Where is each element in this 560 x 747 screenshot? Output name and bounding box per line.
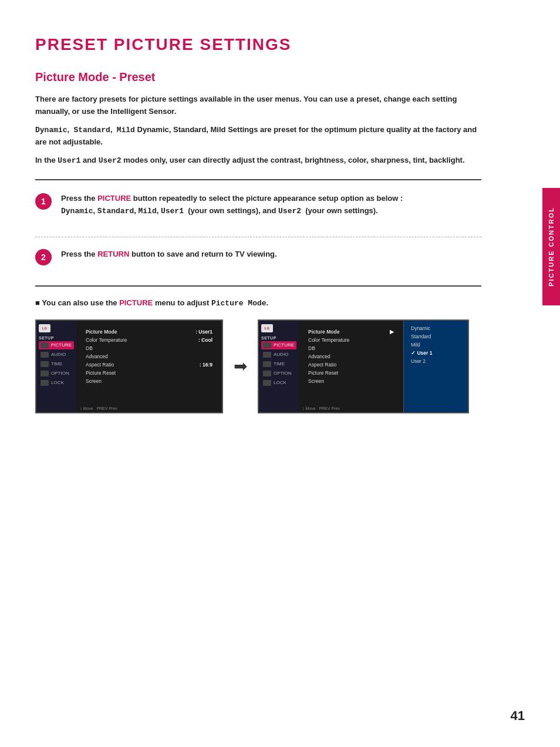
side-tab: PICTURE CONTROL: [542, 188, 560, 305]
page-title: PRESET PICTURE SETTINGS: [35, 35, 481, 54]
tv-sub-panel-right: Dynamic Standard Mild User 1 User 2: [403, 321, 468, 412]
tv-sidebar-option-left: OPTION: [39, 369, 74, 378]
screens-row: LG SETUP PICTURE AUDIO TIME: [35, 319, 481, 413]
tv-menu-right: LG SETUP PICTURE AUDIO TIME: [258, 319, 469, 413]
tv-sidebar-left: LG SETUP PICTURE AUDIO TIME: [36, 321, 76, 412]
tv-row-screen-right: Screen: [308, 377, 394, 385]
step-1-block: 1 Press the PICTURE button repeatedly to…: [35, 192, 481, 226]
arrow-icon: ➡: [234, 356, 247, 376]
tv-row-color-temp-right: Color Temperature: [308, 336, 394, 344]
step-2-text: Press the RETURN button to save and retu…: [61, 248, 277, 260]
intro-para2: Dynamic, Standard, Mild Dynamic, Standar…: [35, 124, 481, 149]
tv-main-left: Picture Mode : User1 Color Temperature :…: [76, 321, 222, 412]
tv-time-icon-right: [263, 361, 271, 367]
tv-row-advanced-left: Advanced: [86, 352, 212, 361]
tv-row-aspect-right: Aspect Ratio: [308, 361, 394, 369]
tv-main-right: Picture Mode ▶ Color Temperature DB Adva…: [299, 321, 403, 412]
tv-row-db-left: DB: [86, 344, 212, 352]
tv-sidebar-time-left: TIME: [39, 360, 74, 368]
tv-sub-standard: Standard: [409, 332, 463, 341]
step-1-circle: 1: [35, 193, 52, 210]
tv-footer-left: ↕ Move PREV Prev: [80, 406, 117, 410]
tv-sub-dynamic: Dynamic: [409, 324, 463, 332]
tv-sidebar-right: LG SETUP PICTURE AUDIO TIME: [259, 321, 299, 412]
tv-row-advanced-right: Advanced: [308, 352, 394, 361]
section-subtitle: Picture Mode - Preset: [35, 70, 481, 84]
tv-row-color-temp-left: Color Temperature : Cool: [86, 336, 212, 344]
tv-sidebar-lock-left: LOCK: [39, 379, 74, 387]
tv-option-icon-left: [41, 371, 49, 376]
tv-sidebar-picture-right: PICTURE: [261, 341, 296, 349]
bottom-divider: [35, 285, 481, 287]
tv-row-picture-reset-right: Picture Reset: [308, 369, 394, 377]
tv-sub-user2: User 2: [409, 357, 463, 365]
top-divider: [35, 179, 481, 180]
tv-setup-label-left: SETUP: [39, 336, 74, 340]
tv-sidebar-top-right: LG: [261, 324, 296, 332]
tv-row-picture-mode-left: Picture Mode : User1: [86, 328, 212, 336]
tv-sidebar-audio-left: AUDIO: [39, 351, 74, 359]
tv-logo-right: LG: [261, 324, 273, 332]
intro-para3: In the User1 and User2 modes only, user …: [35, 154, 481, 167]
side-tab-label: PICTURE CONTROL: [548, 207, 555, 287]
tv-row-picture-reset-left: Picture Reset: [86, 369, 212, 377]
note-line: ■ You can also use the PICTURE menu to a…: [35, 298, 481, 308]
tv-time-icon-left: [41, 361, 49, 367]
step-2-circle: 2: [35, 249, 52, 265]
menu-screenshot-right: LG SETUP PICTURE AUDIO TIME: [258, 319, 469, 413]
step-1-text: Press the PICTURE button repeatedly to s…: [61, 192, 403, 218]
tv-picture-icon-left: [41, 342, 49, 348]
intro-para1: There are factory presets for picture se…: [35, 93, 481, 118]
tv-lock-icon-left: [41, 380, 49, 386]
tv-option-icon-right: [263, 371, 271, 376]
tv-row-db-right: DB: [308, 344, 394, 352]
tv-sidebar-picture-left: PICTURE: [39, 341, 74, 349]
tv-menu-left: LG SETUP PICTURE AUDIO TIME: [35, 319, 223, 413]
tv-sidebar-top-left: LG: [39, 324, 74, 332]
tv-picture-icon-right: [263, 342, 271, 348]
tv-sidebar-audio-right: AUDIO: [261, 351, 296, 359]
tv-logo-left: LG: [39, 324, 50, 332]
tv-sub-mild: Mild: [409, 341, 463, 349]
tv-sidebar-time-right: TIME: [261, 360, 296, 368]
tv-sub-user1: User 1: [409, 349, 463, 357]
tv-row-aspect-left: Aspect Ratio : 16:9: [86, 361, 212, 369]
tv-footer-right: ↕ Move PREV Prev: [302, 406, 340, 410]
page-number: 41: [511, 708, 525, 724]
tv-sidebar-option-right: OPTION: [261, 369, 296, 378]
menu-screenshot-left: LG SETUP PICTURE AUDIO TIME: [35, 319, 223, 413]
tv-row-picture-mode-right: Picture Mode ▶: [308, 328, 394, 336]
tv-setup-label-right: SETUP: [261, 336, 296, 340]
tv-lock-icon-right: [263, 380, 271, 386]
tv-audio-icon-left: [41, 352, 49, 358]
step-separator: [35, 237, 481, 237]
tv-row-screen-left: Screen: [86, 377, 212, 385]
step-2-block: 2 Press the RETURN button to save and re…: [35, 248, 481, 274]
tv-audio-icon-right: [263, 352, 271, 358]
tv-sidebar-lock-right: LOCK: [261, 379, 296, 387]
